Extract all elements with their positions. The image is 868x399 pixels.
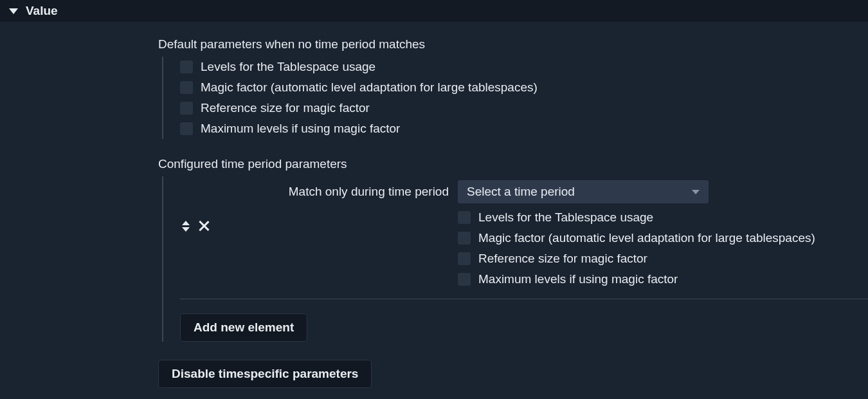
default-option-row: Reference size for magic factor xyxy=(180,98,868,118)
defaults-block: Levels for the Tablespace usage Magic fa… xyxy=(162,57,868,139)
remove-icon[interactable] xyxy=(197,219,211,233)
option-label: Reference size for magic factor xyxy=(201,101,370,115)
timeperiod-options: Levels for the Tablespace usage Magic fa… xyxy=(217,207,868,290)
checkbox-max-levels[interactable] xyxy=(180,122,193,135)
disable-timespecific-button[interactable]: Disable timespecific parameters xyxy=(158,360,372,388)
option-label: Levels for the Tablespace usage xyxy=(201,60,375,74)
tp-option-row: Magic factor (automatic level adaptation… xyxy=(458,228,868,248)
match-label: Match only during time period xyxy=(217,185,449,199)
match-row: Match only during time period Select a t… xyxy=(217,180,868,203)
timeperiod-block: Match only during time period Select a t… xyxy=(162,176,868,342)
defaults-title: Default parameters when no time period m… xyxy=(158,37,868,51)
entry-main: Match only during time period Select a t… xyxy=(217,180,868,290)
collapse-icon xyxy=(9,8,18,14)
panel-content: Default parameters when no time period m… xyxy=(0,22,868,388)
option-label: Maximum levels if using magic factor xyxy=(201,122,400,136)
chevron-down-icon xyxy=(692,190,700,194)
timeperiod-select[interactable]: Select a time period xyxy=(458,180,709,203)
tp-option-row: Maximum levels if using magic factor xyxy=(458,269,868,290)
default-option-row: Maximum levels if using magic factor xyxy=(180,118,868,139)
checkbox-reference-size[interactable] xyxy=(180,102,193,115)
checkbox-magic-factor[interactable] xyxy=(180,81,193,94)
option-label: Reference size for magic factor xyxy=(478,252,647,266)
timeperiod-entry: Match only during time period Select a t… xyxy=(180,180,868,290)
option-label: Magic factor (automatic level adaptation… xyxy=(201,80,538,95)
checkbox-levels-usage[interactable] xyxy=(180,60,193,73)
checkbox-tp-max-levels[interactable] xyxy=(458,273,471,286)
option-label: Levels for the Tablespace usage xyxy=(478,210,653,225)
default-option-row: Magic factor (automatic level adaptation… xyxy=(180,77,868,98)
checkbox-tp-reference-size[interactable] xyxy=(458,252,471,265)
timeperiod-title: Configured time period parameters xyxy=(158,157,868,171)
checkbox-tp-levels-usage[interactable] xyxy=(458,211,471,224)
entry-controls xyxy=(180,219,211,233)
select-value: Select a time period xyxy=(467,185,575,199)
option-label: Magic factor (automatic level adaptation… xyxy=(478,231,815,245)
panel-title: Value xyxy=(26,4,58,18)
tp-option-row: Levels for the Tablespace usage xyxy=(458,207,868,228)
default-option-row: Levels for the Tablespace usage xyxy=(180,57,868,77)
divider xyxy=(180,299,868,299)
option-label: Maximum levels if using magic factor xyxy=(478,272,678,286)
panel-header[interactable]: Value xyxy=(0,0,868,22)
add-element-button[interactable]: Add new element xyxy=(180,313,307,342)
reorder-icon[interactable] xyxy=(180,221,192,232)
checkbox-tp-magic-factor[interactable] xyxy=(458,232,471,245)
tp-option-row: Reference size for magic factor xyxy=(458,248,868,269)
